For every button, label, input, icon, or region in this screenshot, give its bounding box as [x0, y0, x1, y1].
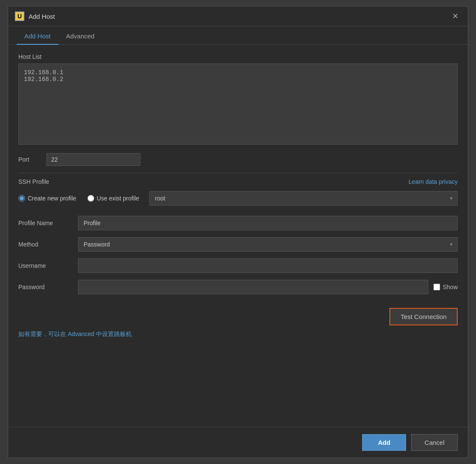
tabs-bar: Add Host Advanced	[8, 28, 468, 45]
profile-options-row: Create new profile Use exist profile roo…	[18, 191, 458, 206]
username-input[interactable]	[78, 258, 458, 273]
hint-text: 如有需要，可以在 Advanced 中设置跳板机	[18, 331, 458, 338]
main-content: Host List 192.168.0.1 192.168.0.2 Port S…	[8, 45, 468, 427]
host-list-textarea[interactable]: 192.168.0.1 192.168.0.2	[18, 64, 458, 145]
bottom-buttons: Add Cancel	[8, 427, 468, 458]
tab-add-host[interactable]: Add Host	[17, 28, 58, 45]
add-host-dialog: U Add Host ✕ Add Host Advanced Host List…	[8, 6, 468, 458]
add-button[interactable]: Add	[362, 434, 406, 451]
method-select[interactable]: Password Private Key Keyboard Interactiv…	[78, 237, 458, 252]
method-select-wrap: Password Private Key Keyboard Interactiv…	[78, 234, 458, 255]
app-icon: U	[15, 12, 24, 21]
profile-select[interactable]: root default admin	[149, 191, 458, 206]
username-label: Username	[18, 255, 78, 276]
ssh-profile-label: SSH Profile	[18, 178, 49, 185]
port-row: Port	[18, 153, 458, 166]
port-input[interactable]	[46, 153, 140, 166]
profile-form: Profile Name Method Password Private Key…	[18, 212, 458, 298]
password-input-wrap: Show	[78, 276, 458, 298]
profile-name-label: Profile Name	[18, 212, 78, 234]
create-new-profile-radio[interactable]: Create new profile	[18, 195, 76, 202]
test-connection-button[interactable]: Test Connection	[389, 308, 458, 325]
profile-name-input-wrap	[78, 212, 458, 234]
divider-1	[18, 173, 458, 173]
close-button[interactable]: ✕	[450, 11, 461, 22]
cancel-button[interactable]: Cancel	[411, 434, 458, 451]
dialog-title: Add Host	[29, 13, 55, 20]
title-bar-left: U Add Host	[15, 12, 55, 21]
show-password-label: Show	[443, 284, 458, 290]
method-select-wrapper: Password Private Key Keyboard Interactiv…	[78, 237, 458, 252]
show-password-checkbox[interactable]	[433, 284, 440, 290]
use-exist-label: Use exist profile	[97, 195, 139, 202]
password-label: Password	[18, 276, 78, 298]
host-list-label: Host List	[18, 53, 458, 60]
password-input[interactable]	[78, 280, 428, 294]
show-password-group: Show	[433, 284, 458, 290]
method-label: Method	[18, 234, 78, 255]
profile-select-wrapper: root default admin ▾	[149, 191, 458, 206]
test-connection-area: Test Connection	[18, 308, 458, 325]
port-label: Port	[18, 156, 40, 163]
learn-privacy-link[interactable]: Learn data privacy	[409, 178, 458, 185]
use-exist-profile-radio[interactable]: Use exist profile	[87, 195, 139, 202]
profile-name-input[interactable]	[78, 216, 458, 230]
username-input-wrap	[78, 255, 458, 276]
ssh-profile-header: SSH Profile Learn data privacy	[18, 178, 458, 185]
title-bar: U Add Host ✕	[8, 6, 468, 26]
create-new-label: Create new profile	[28, 195, 76, 202]
tab-advanced[interactable]: Advanced	[58, 28, 102, 45]
